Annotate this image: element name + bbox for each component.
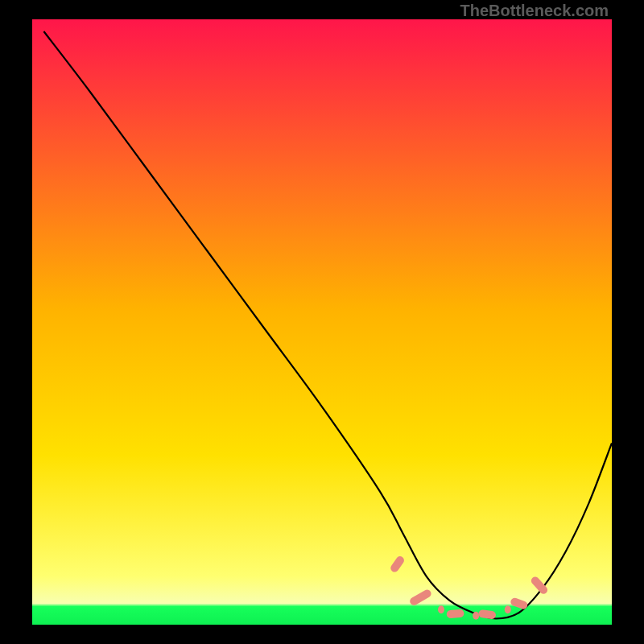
watermark-text: TheBottleneck.com bbox=[460, 2, 609, 20]
gradient-background bbox=[32, 19, 612, 625]
chart-frame bbox=[32, 19, 612, 625]
marker-segment bbox=[473, 612, 479, 620]
marker-segment bbox=[505, 605, 511, 613]
marker-segment bbox=[438, 605, 444, 613]
bottleneck-chart bbox=[32, 19, 612, 625]
